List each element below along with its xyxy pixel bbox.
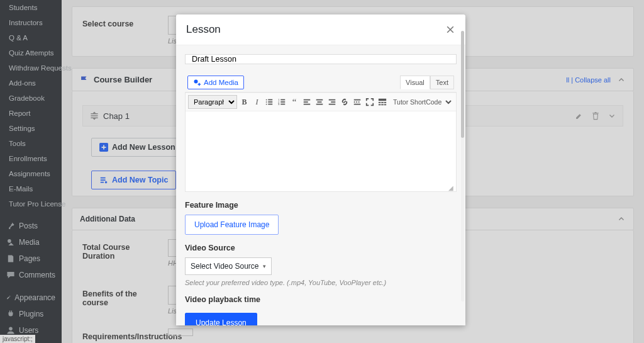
tab-text[interactable]: Text [430,76,454,89]
fullscreen-button[interactable] [364,96,375,108]
link-button[interactable] [339,96,350,108]
toolbar-toggle-button[interactable] [377,96,387,108]
video-source-label: Video Source [185,244,457,252]
svg-point-13 [194,80,198,84]
ol-button[interactable]: 123 [277,96,287,108]
tab-visual[interactable]: Visual [400,76,430,89]
quote-button[interactable]: “ [289,96,300,108]
svg-point-14 [266,99,267,101]
svg-rect-18 [269,101,273,103]
svg-rect-29 [384,102,386,103]
svg-rect-24 [280,101,285,103]
align-right-button[interactable] [326,96,337,108]
align-center-button[interactable] [314,96,325,108]
video-source-select[interactable]: Select Video Source▾ [185,257,272,275]
add-media-button[interactable]: Add Media [187,76,244,89]
feature-image-section: Feature Image Upload Feature Image [185,201,457,235]
readmore-button[interactable] [352,96,362,108]
modal-body: Add Media Visual Text Paragraph B I 123 … [176,45,465,325]
update-lesson-button[interactable]: Update Lesson [185,313,257,325]
feature-image-label: Feature Image [185,201,457,210]
svg-rect-27 [378,102,380,103]
svg-rect-25 [280,104,285,105]
svg-rect-26 [378,99,386,101]
svg-rect-28 [381,102,384,103]
video-playback-label: Video playback time [185,295,457,304]
svg-point-16 [266,104,267,105]
svg-text:3: 3 [278,103,280,106]
svg-rect-32 [384,104,386,106]
svg-rect-30 [378,104,380,106]
editor-wrapper: Add Media Visual Text Paragraph B I 123 … [185,73,457,192]
editor-toolbar: Paragraph B I 123 “ Tutor ShortCode [186,93,456,111]
editor-resize-handle[interactable]: ◢ [186,184,456,191]
paragraph-select[interactable]: Paragraph [188,95,237,109]
media-plus-icon [193,79,201,86]
svg-rect-17 [269,99,273,101]
editor-content-area[interactable] [186,111,456,184]
modal-header: Lesson [176,14,465,45]
video-source-hint: Select your preferred video type. (.mp4,… [185,279,457,286]
editor-tabs: Visual Text [400,76,454,89]
close-icon[interactable] [445,25,455,35]
svg-rect-23 [280,99,285,101]
modal-scrollbar-thumb[interactable] [461,31,464,138]
video-source-section: Video Source Select Video Source▾ Select… [185,244,457,286]
align-left-button[interactable] [302,96,313,108]
video-playback-section: Video playback time [185,295,457,304]
caret-down-icon: ▾ [263,263,266,269]
svg-rect-31 [381,104,384,106]
svg-point-15 [266,101,267,103]
svg-rect-19 [269,104,273,105]
browser-status-bar: javascript:; [0,335,35,343]
lesson-modal: Lesson Add Media Visual Text Paragraph B [176,14,465,325]
lesson-title-input[interactable] [185,54,457,64]
modal-title: Lesson [186,23,221,36]
upload-feature-image-button[interactable]: Upload Feature Image [185,215,279,235]
bold-button[interactable]: B [239,96,250,108]
italic-button[interactable]: I [252,96,262,108]
shortcode-select[interactable]: Tutor ShortCode [389,95,453,109]
ul-button[interactable] [264,96,275,108]
